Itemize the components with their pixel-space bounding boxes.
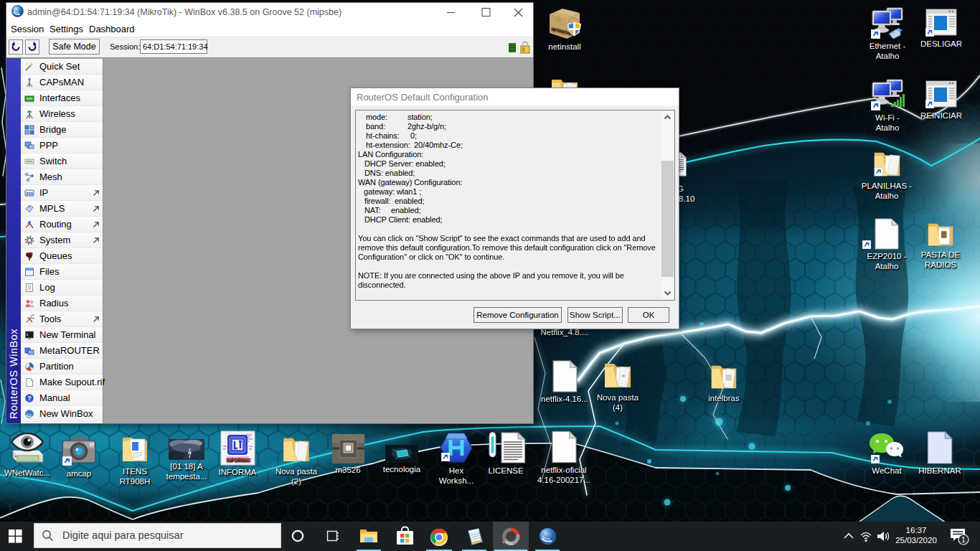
svg-text:INFORMA!: INFORMA! — [226, 457, 250, 462]
svg-text:255: 255 — [26, 192, 34, 196]
svg-text:?: ? — [27, 395, 32, 402]
svg-text:1: 1 — [961, 535, 966, 544]
